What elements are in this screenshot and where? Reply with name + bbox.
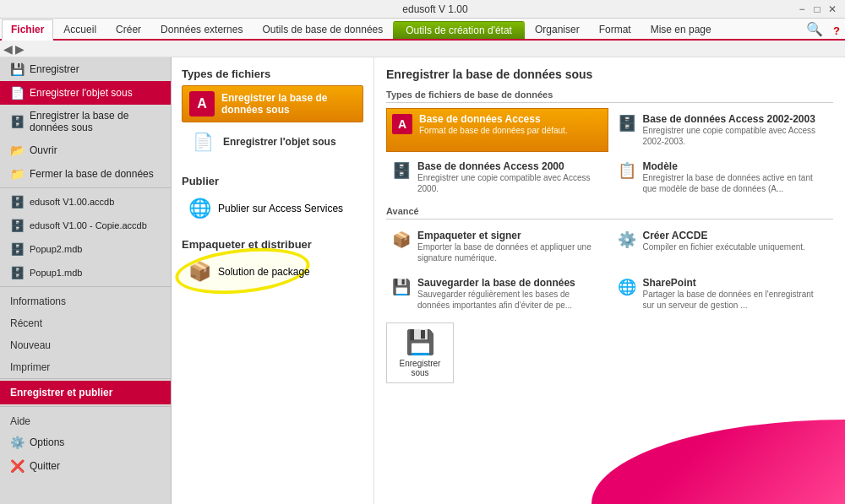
types-fichiers-title: Types de fichiers <box>182 68 363 80</box>
enreg-sous-icon: 💾 <box>406 328 435 356</box>
content-area: Types de fichiers A Enregistrer la base … <box>172 57 845 504</box>
db-type-2002-info: Base de données Access 2002-2003 Enregis… <box>643 113 828 147</box>
folder-open-icon: 📂 <box>10 144 25 157</box>
db-type-access-2002-2003[interactable]: 🗄️ Base de données Access 2002-2003 Enre… <box>612 108 834 152</box>
sidebar-item-aide[interactable]: Aide <box>0 409 171 431</box>
sharepoint-icon: 🌐 <box>618 278 636 296</box>
avance-sharepoint-info: SharePoint Partager la base de données e… <box>643 277 828 311</box>
avance-accde-info: Créer ACCDE Compiler en fichier exécutab… <box>643 230 828 252</box>
separator-1 <box>0 187 171 188</box>
help-icon[interactable]: ? <box>828 23 845 39</box>
db-types-section: Types de fichiers de base de données A B… <box>386 89 833 199</box>
avance-sharepoint[interactable]: 🌐 SharePoint Partager la base de données… <box>612 272 834 316</box>
main-layout: 💾 Enregistrer 📄 Enregistrer l'objet sous… <box>0 57 845 504</box>
db-type-access-2000[interactable]: 🗄️ Base de données Access 2000 Enregistr… <box>386 155 608 199</box>
publier-access-services[interactable]: 🌐 Publier sur Access Services <box>182 192 363 225</box>
package-item-wrapper: 📦 Solution de package <box>182 256 317 288</box>
sidebar-item-imprimer[interactable]: Imprimer <box>0 355 171 377</box>
db-type-2000-info: Base de données Access 2000 Enregistrer … <box>417 160 602 194</box>
mdb-1-icon: 🗄️ <box>10 242 25 256</box>
save-icon: 💾 <box>10 62 25 76</box>
sidebar-item-enregistrer-objet-sous[interactable]: 📄 Enregistrer l'objet sous <box>0 81 171 105</box>
access-db-icon: A <box>392 114 412 134</box>
db-types-title: Types de fichiers de base de données <box>386 89 833 103</box>
avance-empaqueter-info: Empaqueter et signer Emporter la base de… <box>417 230 602 263</box>
file-type-enregistrer-bdd-sous[interactable]: A Enregistrer la base de données sous <box>182 85 363 122</box>
mdb-2-icon: 🗄️ <box>10 266 25 279</box>
tab-outils-bdd[interactable]: Outils de base de données <box>253 19 392 39</box>
db-type-access[interactable]: A Base de données Access Format de base … <box>386 108 608 152</box>
accde-icon: ⚙️ <box>618 230 636 249</box>
publier-section: Publier 🌐 Publier sur Access Services <box>182 175 363 225</box>
avance-creer-accde[interactable]: ⚙️ Créer ACCDE Compiler en fichier exécu… <box>612 225 834 268</box>
sidebar-item-nouveau[interactable]: Nouveau <box>0 333 171 355</box>
access-2002-icon: 🗄️ <box>618 114 636 133</box>
sidebar-item-enregistrer-bdd-sous[interactable]: 🗄️ Enregistrer la base de données sous <box>0 105 171 138</box>
db-types-grid: A Base de données Access Format de base … <box>386 108 833 199</box>
backup-icon: 💾 <box>392 278 411 296</box>
db-type-modele[interactable]: 📋 Modèle Enregistrer la base de données … <box>612 155 834 199</box>
db-file-2-icon: 🗄️ <box>10 219 25 232</box>
title-bar-controls: − □ ✕ <box>796 3 838 15</box>
sidebar-item-edusoft-v100-accdb[interactable]: 🗄️ edusoft V1.00.accdb <box>0 190 171 214</box>
sidebar-item-fermer-bdd[interactable]: 📁 Fermer la base de données <box>0 162 171 186</box>
avance-empaqueter-signer[interactable]: 📦 Empaqueter et signer Emporter la base … <box>386 225 608 268</box>
back-icon[interactable]: ◀ <box>3 42 13 56</box>
title-bar-text: edusoft V 1.00 <box>74 3 796 15</box>
db-type-modele-info: Modèle Enregistrer la base de données ac… <box>643 160 828 194</box>
package-icon: 📦 <box>188 261 211 283</box>
tab-accueil[interactable]: Accueil <box>54 19 106 39</box>
object-icon: 📄 <box>189 128 216 155</box>
tab-mise-en-page[interactable]: Mise en page <box>641 19 721 39</box>
solution-package[interactable]: 📦 Solution de package <box>182 256 317 288</box>
maximize-button[interactable]: □ <box>811 3 823 15</box>
avance-sauvegarder-info: Sauvegarder la base de données Sauvegard… <box>417 277 602 311</box>
tab-creer[interactable]: Créer <box>106 19 150 39</box>
file-type-enregistrer-objet-sous[interactable]: 📄 Enregistrer l'objet sous <box>182 122 363 161</box>
document-icon: 📄 <box>10 86 25 100</box>
types-fichiers-section: Types de fichiers A Enregistrer la base … <box>182 68 363 161</box>
sidebar: 💾 Enregistrer 📄 Enregistrer l'objet sous… <box>0 57 172 504</box>
avance-section: Avancé 📦 Empaqueter et signer Emporter l… <box>386 206 833 316</box>
sidebar-item-edusoft-v100-copie[interactable]: 🗄️ edusoft V1.00 - Copie.accdb <box>0 214 171 237</box>
content-left-panel: Types de fichiers A Enregistrer la base … <box>172 57 374 504</box>
template-icon: 📋 <box>618 161 636 180</box>
sidebar-item-popup2-mdb[interactable]: 🗄️ Popup2.mdb <box>0 237 171 261</box>
forward-icon[interactable]: ▶ <box>15 42 25 56</box>
access-a-icon: A <box>189 91 215 117</box>
sidebar-item-quitter[interactable]: ❌ Quitter <box>0 454 171 478</box>
sidebar-item-popup1-mdb[interactable]: 🗄️ Popup1.mdb <box>0 261 171 285</box>
avance-sauvegarder[interactable]: 💾 Sauvegarder la base de données Sauvega… <box>386 272 608 316</box>
separator-2 <box>0 286 171 287</box>
db-file-icon: 🗄️ <box>10 195 25 209</box>
minimize-button[interactable]: − <box>796 3 808 15</box>
search-icon[interactable]: 🔍 <box>801 19 828 39</box>
tab-highlight[interactable]: Outils de création d'état <box>393 21 525 39</box>
sidebar-item-recent[interactable]: Récent <box>0 311 171 333</box>
publier-title: Publier <box>182 175 363 187</box>
tab-format[interactable]: Format <box>590 19 641 39</box>
db-type-access-info: Base de données Access Format de base de… <box>419 113 602 136</box>
sidebar-item-enregistrer-publier[interactable]: Enregistrer et publier <box>0 381 171 404</box>
quit-icon: ❌ <box>10 459 25 473</box>
enregistrer-sous-button[interactable]: 💾 Enregistrer sous <box>386 322 454 383</box>
access-2000-icon: 🗄️ <box>392 161 411 180</box>
tab-fichier[interactable]: Fichier <box>2 19 53 41</box>
toolbar-icons: ◀ ▶ <box>3 42 25 56</box>
content-right-title: Enregistrer la base de données sous <box>386 68 833 81</box>
sidebar-item-informations[interactable]: Informations <box>0 289 171 311</box>
close-button[interactable]: ✕ <box>826 3 838 15</box>
tab-donnees-externes[interactable]: Données externes <box>151 19 252 39</box>
content-right-panel: Enregistrer la base de données sous Type… <box>374 57 845 504</box>
tab-organiser[interactable]: Organiser <box>526 19 589 39</box>
sidebar-item-options[interactable]: ⚙️ Options <box>0 431 171 454</box>
sidebar-item-ouvrir[interactable]: 📂 Ouvrir <box>0 138 171 162</box>
avance-title: Avancé <box>386 206 833 219</box>
separator-3 <box>0 378 171 379</box>
empacketer-title: Empaqueter et distribuer <box>182 238 363 251</box>
ribbon-tabs: Fichier Accueil Créer Données externes O… <box>0 19 845 41</box>
gear-icon: ⚙️ <box>10 436 25 449</box>
sidebar-item-enregistrer[interactable]: 💾 Enregistrer <box>0 57 171 81</box>
folder-close-icon: 📁 <box>10 167 25 181</box>
toolbar: ◀ ▶ <box>0 41 845 57</box>
